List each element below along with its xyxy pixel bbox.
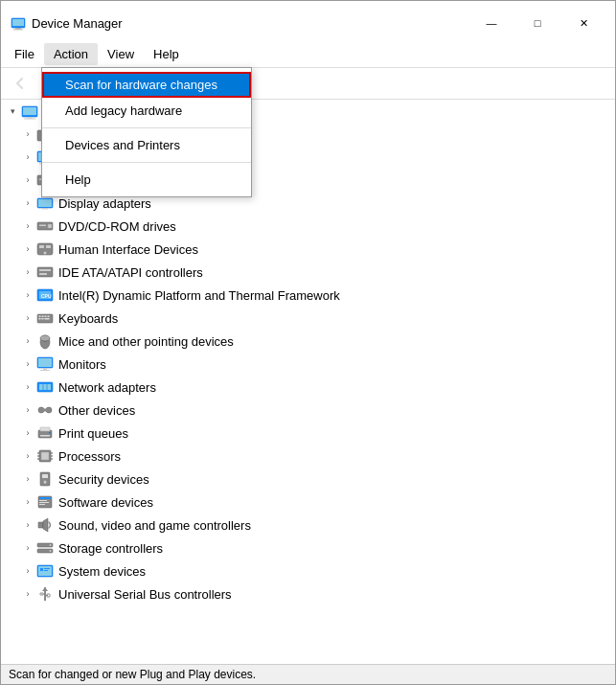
svg-rect-55 bbox=[38, 358, 52, 367]
svg-rect-93 bbox=[40, 568, 43, 571]
print-queues-expander[interactable]: › bbox=[20, 425, 35, 441]
tree-item-processors[interactable]: › Processors bbox=[1, 445, 615, 468]
app-icon bbox=[11, 15, 26, 31]
disk-drives-expander[interactable]: › bbox=[20, 172, 35, 188]
root-expander[interactable]: ▾ bbox=[5, 103, 20, 119]
tree-item-dvd[interactable]: › DVD/CD-ROM drives bbox=[1, 215, 615, 238]
svg-rect-56 bbox=[43, 368, 47, 370]
cameras-expander[interactable]: › bbox=[20, 126, 35, 142]
network-label: Network adapters bbox=[58, 380, 156, 395]
storage-label: Storage controllers bbox=[58, 541, 163, 556]
tree-item-software[interactable]: › Software devices bbox=[1, 491, 615, 514]
print-queues-icon bbox=[35, 423, 55, 443]
menu-action-scan[interactable]: Scan for hardware changes bbox=[42, 72, 251, 98]
svg-rect-70 bbox=[41, 452, 49, 460]
mice-expander[interactable]: › bbox=[20, 333, 35, 349]
dvd-label: DVD/CD-ROM drives bbox=[58, 219, 176, 234]
action-dropdown-menu: Scan for hardware changes Add legacy har… bbox=[41, 67, 252, 197]
menu-action[interactable]: Action bbox=[44, 43, 98, 65]
software-expander[interactable]: › bbox=[20, 494, 35, 510]
software-icon bbox=[35, 492, 55, 512]
network-expander[interactable]: › bbox=[20, 379, 35, 395]
minimize-button[interactable]: — bbox=[469, 9, 513, 37]
tree-item-keyboards[interactable]: › Keyboards bbox=[1, 307, 615, 330]
tree-item-mice[interactable]: › Mice and other pointing devices bbox=[1, 330, 615, 353]
svg-rect-48 bbox=[39, 318, 41, 320]
menu-action-help[interactable]: Help bbox=[42, 167, 251, 193]
svg-rect-3 bbox=[13, 30, 23, 31]
dvd-expander[interactable]: › bbox=[20, 218, 35, 234]
window-controls: — □ ✕ bbox=[469, 9, 605, 37]
storage-expander[interactable]: › bbox=[20, 540, 35, 556]
svg-rect-57 bbox=[40, 370, 50, 371]
svg-rect-95 bbox=[44, 570, 48, 571]
svg-point-53 bbox=[40, 335, 50, 341]
keyboards-expander[interactable]: › bbox=[20, 310, 35, 326]
tree-item-security[interactable]: › Security devices bbox=[1, 468, 615, 491]
svg-rect-47 bbox=[48, 316, 50, 318]
svg-rect-29 bbox=[42, 208, 48, 210]
svg-rect-31 bbox=[48, 224, 52, 228]
svg-rect-45 bbox=[42, 316, 44, 318]
other-expander[interactable]: › bbox=[20, 402, 35, 418]
intel-expander[interactable]: › bbox=[20, 287, 35, 303]
tree-item-hid[interactable]: › Human Interface Devices bbox=[1, 238, 615, 261]
svg-rect-85 bbox=[39, 504, 45, 505]
security-expander[interactable]: › bbox=[20, 471, 35, 487]
svg-rect-44 bbox=[39, 316, 41, 318]
svg-point-89 bbox=[50, 544, 52, 546]
menu-action-legacy[interactable]: Add legacy hardware bbox=[42, 98, 251, 124]
menu-file[interactable]: File bbox=[5, 43, 44, 65]
ide-icon bbox=[35, 263, 55, 282]
usb-expander[interactable]: › bbox=[20, 586, 35, 602]
tree-item-network[interactable]: › Network adapters bbox=[1, 376, 615, 399]
svg-rect-59 bbox=[39, 384, 51, 390]
window-title: Device Manager bbox=[32, 16, 469, 31]
device-manager-window: Device Manager — □ ✕ File Action View He… bbox=[0, 0, 616, 685]
svg-rect-84 bbox=[39, 502, 49, 503]
hid-label: Human Interface Devices bbox=[58, 242, 198, 257]
tree-item-print-queues[interactable]: › Print queues bbox=[1, 422, 615, 445]
toolbar-back-button[interactable] bbox=[7, 71, 34, 96]
processors-expander[interactable]: › bbox=[20, 448, 35, 464]
svg-rect-13 bbox=[27, 117, 33, 119]
hid-icon bbox=[35, 240, 55, 259]
ide-expander[interactable]: › bbox=[20, 264, 35, 280]
tree-item-monitors[interactable]: › Monitors bbox=[1, 353, 615, 376]
tree-item-other[interactable]: › Other devices bbox=[1, 399, 615, 422]
svg-rect-66 bbox=[40, 427, 50, 431]
tree-item-sound[interactable]: › Sound, video and game controllers bbox=[1, 514, 615, 537]
monitors-label: Monitors bbox=[58, 357, 106, 372]
svg-rect-35 bbox=[46, 245, 51, 248]
tree-item-ide[interactable]: › IDE ATA/ATAPI controllers bbox=[1, 261, 615, 284]
svg-rect-37 bbox=[37, 267, 53, 277]
tree-item-system[interactable]: › System devices bbox=[1, 559, 615, 582]
mice-icon bbox=[35, 331, 55, 351]
intel-label: Intel(R) Dynamic Platform and Thermal Fr… bbox=[58, 288, 340, 303]
system-expander[interactable]: › bbox=[20, 563, 35, 579]
svg-rect-46 bbox=[45, 316, 47, 318]
svg-rect-39 bbox=[39, 273, 47, 275]
computer-expander[interactable]: › bbox=[20, 149, 35, 165]
svg-rect-1 bbox=[12, 19, 24, 26]
svg-point-36 bbox=[44, 252, 47, 255]
tree-item-usb[interactable]: › Universal Serial Bus controllers bbox=[1, 582, 615, 605]
tree-item-storage[interactable]: › Storage controllers bbox=[1, 537, 615, 559]
sound-expander[interactable]: › bbox=[20, 517, 35, 533]
svg-rect-86 bbox=[38, 522, 43, 528]
monitors-expander[interactable]: › bbox=[20, 356, 35, 372]
menu-help[interactable]: Help bbox=[144, 43, 189, 65]
tree-item-intel[interactable]: › CPU Intel(R) Dynamic Platform and Ther… bbox=[1, 284, 615, 307]
status-text: Scan for changed or new Plug and Play de… bbox=[9, 668, 256, 681]
svg-rect-34 bbox=[39, 245, 44, 248]
menu-action-devices-printers[interactable]: Devices and Printers bbox=[42, 132, 251, 158]
menu-view[interactable]: View bbox=[98, 43, 144, 65]
close-button[interactable]: ✕ bbox=[561, 9, 605, 37]
system-label: System devices bbox=[58, 564, 146, 579]
display-adapters-expander[interactable]: › bbox=[20, 195, 35, 211]
maximize-button[interactable]: □ bbox=[515, 9, 559, 37]
hid-expander[interactable]: › bbox=[20, 241, 35, 257]
svg-rect-80 bbox=[45, 482, 46, 484]
dvd-icon bbox=[35, 217, 55, 236]
svg-rect-32 bbox=[39, 225, 46, 227]
